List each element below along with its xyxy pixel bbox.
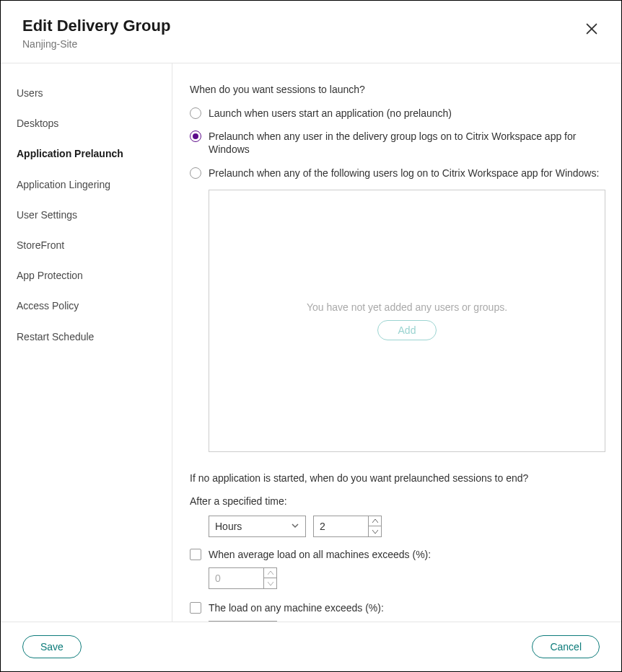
any-load-check-row: The load on any machine exceeds (%): <box>190 602 605 614</box>
sidebar-item-access-policy[interactable]: Access Policy <box>1 291 172 321</box>
time-value-input[interactable] <box>314 516 368 536</box>
spinner-up-icon[interactable] <box>369 516 381 527</box>
launch-question: When do you want sessions to launch? <box>190 84 605 95</box>
modal-header: Edit Delivery Group Nanjing-Site <box>1 1 621 63</box>
spinner-down-icon[interactable] <box>264 578 276 588</box>
sidebar: Users Desktops Application Prelaunch App… <box>1 63 172 622</box>
radio-following-users-label: Prelaunch when any of the following user… <box>209 167 599 180</box>
radio-following-users-row: Prelaunch when any of the following user… <box>190 167 605 180</box>
any-load-spinner <box>209 621 277 622</box>
radio-no-prelaunch-label: Launch when users start an application (… <box>209 107 452 120</box>
any-load-checkbox[interactable] <box>190 602 201 614</box>
spinner-up-icon[interactable] <box>264 568 276 579</box>
sidebar-item-restart-schedule[interactable]: Restart Schedule <box>1 322 172 352</box>
edit-delivery-group-modal: Edit Delivery Group Nanjing-Site Users D… <box>0 0 622 672</box>
users-empty-text: You have not yet added any users or grou… <box>307 301 507 313</box>
sidebar-item-desktops[interactable]: Desktops <box>1 108 172 138</box>
modal-footer: Save Cancel <box>1 622 621 671</box>
modal-body: Users Desktops Application Prelaunch App… <box>1 63 621 622</box>
sidebar-item-application-prelaunch[interactable]: Application Prelaunch <box>1 138 172 169</box>
time-controls-row: Hours <box>209 516 605 537</box>
sidebar-item-users[interactable]: Users <box>1 78 172 108</box>
after-time-label: After a specified time: <box>190 495 605 507</box>
avg-load-spinner <box>209 567 277 589</box>
avg-load-check-row: When average load on all machines exceed… <box>190 549 605 560</box>
users-box: You have not yet added any users or grou… <box>209 190 605 452</box>
add-users-button[interactable]: Add <box>377 320 437 340</box>
title-block: Edit Delivery Group Nanjing-Site <box>22 17 170 50</box>
radio-following-users[interactable] <box>190 167 201 179</box>
modal-title: Edit Delivery Group <box>22 17 170 35</box>
radio-no-prelaunch-row: Launch when users start an application (… <box>190 107 605 120</box>
modal-subtitle: Nanjing-Site <box>22 38 170 50</box>
time-unit-value: Hours <box>215 521 291 532</box>
sidebar-item-application-lingering[interactable]: Application Lingering <box>1 169 172 200</box>
spinner-buttons <box>368 516 381 536</box>
avg-load-label: When average load on all machines exceed… <box>209 549 431 560</box>
sidebar-item-app-protection[interactable]: App Protection <box>1 260 172 291</box>
avg-load-input[interactable] <box>209 568 263 588</box>
close-icon[interactable] <box>584 21 600 37</box>
time-unit-select[interactable]: Hours <box>209 516 306 537</box>
cancel-button[interactable]: Cancel <box>532 635 600 658</box>
spinner-down-icon[interactable] <box>369 526 381 536</box>
radio-no-prelaunch[interactable] <box>190 107 201 119</box>
radio-selected-dot <box>193 133 198 139</box>
radio-any-user-row: Prelaunch when any user in the delivery … <box>190 130 605 156</box>
any-load-label: The load on any machine exceeds (%): <box>209 602 384 614</box>
avg-load-checkbox[interactable] <box>190 549 201 560</box>
avg-load-spinner-row <box>209 567 605 589</box>
radio-any-user[interactable] <box>190 131 201 142</box>
end-question: If no application is started, when do yo… <box>190 472 605 484</box>
time-value-spinner <box>313 516 382 537</box>
radio-any-user-label: Prelaunch when any user in the delivery … <box>209 130 605 156</box>
chevron-down-icon <box>291 521 299 532</box>
sidebar-item-user-settings[interactable]: User Settings <box>1 200 172 230</box>
sidebar-item-storefront[interactable]: StoreFront <box>1 230 172 260</box>
spinner-buttons-avg <box>263 568 276 588</box>
save-button[interactable]: Save <box>22 635 82 658</box>
content-panel: When do you want sessions to launch? Lau… <box>172 63 621 622</box>
